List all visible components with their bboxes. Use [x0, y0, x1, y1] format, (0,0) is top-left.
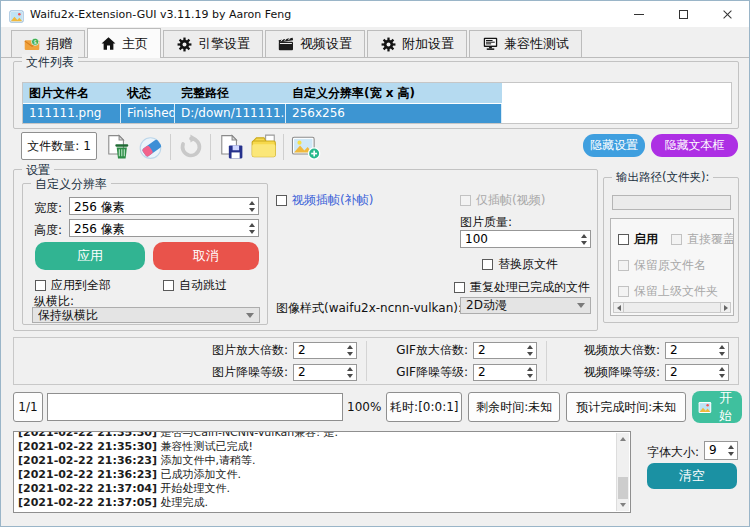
tab-bar: $ 捐赠 主页 引擎设置 视频设置 附加设置 [1, 27, 750, 58]
checkbox-icon [276, 195, 287, 206]
start-button[interactable]: 开始 [692, 391, 742, 423]
hide-textbox-button[interactable]: 隐藏文本框 [651, 134, 738, 157]
spinner-arrows-icon[interactable] [245, 198, 258, 214]
width-label: 宽度: [34, 200, 62, 217]
gif-scale-column: GIF放大倍数: 2 GIF降噪等级: 2 [376, 342, 537, 381]
only-interpolation-label: 仅插帧(视频) [476, 192, 545, 209]
image-scale-spinner[interactable]: 2 [293, 342, 357, 359]
output-enable-label: 启用 [634, 231, 658, 248]
scrollbar-thumb[interactable] [618, 477, 628, 499]
image-quality-spinner[interactable]: 100 [460, 230, 591, 248]
add-image-button[interactable] [287, 132, 325, 162]
height-spinner[interactable]: 256 像素 [69, 219, 259, 237]
settings-group: 设置 自定义分辨率 宽度: 256 像素 高度: 256 像素 应用 取消 应用… [13, 169, 598, 331]
aspect-ratio-dropdown[interactable]: 保持纵横比 [32, 307, 260, 323]
tab-extra-settings[interactable]: 附加设置 [367, 30, 467, 57]
tab-video-settings-label: 视频设置 [300, 35, 352, 53]
output-enable-checkbox[interactable]: 启用 [618, 231, 658, 248]
spinner-arrows-icon[interactable] [523, 343, 536, 358]
spinner-arrows-icon[interactable] [523, 365, 536, 380]
gif-denoise-spinner[interactable]: 2 [473, 364, 537, 381]
maximize-button[interactable] [661, 1, 705, 27]
width-spinner[interactable]: 256 像素 [69, 197, 259, 215]
cancel-button[interactable]: 取消 [153, 242, 259, 270]
log-textbox[interactable]: [2021-02-22 21:35:30] 是否与Cain-NCNN-Vulka… [13, 431, 631, 513]
auto-skip-checkbox[interactable]: 自动跳过 [163, 277, 227, 294]
save-file-icon [218, 134, 244, 160]
tab-home-label: 主页 [122, 35, 148, 53]
apply-to-all-checkbox[interactable]: 应用到全部 [35, 277, 111, 294]
clear-log-button[interactable]: 清空 [647, 463, 737, 489]
replace-original-label: 替换原文件 [498, 256, 558, 273]
tab-donate[interactable]: $ 捐赠 [11, 30, 85, 57]
spinner-arrows-icon[interactable] [245, 220, 258, 236]
hide-settings-button[interactable]: 隐藏设置 [583, 134, 645, 157]
keep-parent-folder-checkbox[interactable]: 保留上级文件夹 [618, 283, 718, 300]
refresh-button[interactable] [174, 132, 207, 162]
column-header-filename[interactable]: 图片文件名 [23, 83, 121, 103]
column-header-custom-resolution[interactable]: 自定义分辨率(宽 x 高) [286, 83, 502, 103]
video-scale-spinner[interactable]: 2 [665, 342, 729, 359]
tab-engine-settings[interactable]: 引擎设置 [163, 30, 263, 57]
scroll-left-icon[interactable] [613, 302, 624, 313]
table-header-row: 图片文件名 状态 完整路径 自定义分辨率(宽 x 高) [23, 83, 502, 103]
tab-compatibility-test-label: 兼容性测试 [504, 35, 569, 53]
video-scale-column: 视频放大倍数: 2 视频降噪等级: 2 [556, 342, 729, 381]
delete-file-button[interactable] [101, 132, 134, 162]
tab-extra-settings-label: 附加设置 [402, 35, 454, 53]
toolbar-divider [283, 134, 284, 160]
video-scale-label: 视频放大倍数: [556, 342, 660, 359]
image-denoise-spinner[interactable]: 2 [293, 364, 357, 381]
cell-fullpath: D:/down/111111.png [175, 104, 286, 123]
file-list-group: 文件列表 图片文件名 状态 完整路径 自定义分辨率(宽 x 高) 111111.… [13, 61, 739, 129]
spinner-arrows-icon[interactable] [724, 442, 737, 459]
keep-filename-checkbox[interactable]: 保留原文件名 [618, 257, 706, 274]
frame-interpolation-checkbox[interactable]: 视频插帧(补帧) [276, 192, 373, 209]
font-size-spinner[interactable]: 9 [704, 441, 738, 460]
vertical-scrollbar[interactable] [616, 433, 629, 511]
image-style-label: 图像样式(waifu2x-ncnn-vulkan): [276, 300, 462, 317]
close-button[interactable] [705, 1, 749, 27]
checkbox-icon [618, 234, 629, 245]
overwrite-checkbox[interactable]: 直接覆盖 [671, 231, 734, 248]
replace-original-checkbox[interactable]: 替换原文件 [482, 256, 558, 273]
keep-parent-folder-label: 保留上级文件夹 [634, 283, 718, 300]
scroll-down-icon[interactable] [620, 503, 626, 507]
home-icon [100, 36, 116, 52]
spinner-arrows-icon[interactable] [715, 365, 728, 380]
horizontal-scrollbar[interactable] [613, 302, 731, 313]
start-image-icon [698, 400, 712, 415]
gif-scale-spinner[interactable]: 2 [473, 342, 537, 359]
reprocess-finished-checkbox[interactable]: 重复处理已完成的文件 [454, 279, 590, 296]
auto-skip-label: 自动跳过 [179, 277, 227, 294]
spinner-arrows-icon[interactable] [715, 343, 728, 358]
video-denoise-spinner[interactable]: 2 [665, 364, 729, 381]
tab-compatibility-test[interactable]: 兼容性测试 [469, 30, 582, 57]
table-row[interactable]: 111111.png Finished D:/down/111111.png 2… [23, 103, 502, 123]
width-value: 256 像素 [70, 198, 245, 214]
spinner-arrows-icon[interactable] [343, 343, 356, 358]
checkbox-icon [618, 286, 629, 297]
image-style-dropdown[interactable]: 2D动漫 [460, 297, 591, 314]
video-denoise-label: 视频降噪等级: [556, 364, 660, 381]
minimize-button[interactable] [617, 1, 661, 27]
spinner-arrows-icon[interactable] [577, 231, 590, 247]
erase-list-button[interactable] [134, 132, 167, 162]
tab-home[interactable]: 主页 [87, 28, 161, 58]
save-file-list-button[interactable] [214, 132, 247, 162]
column-header-fullpath[interactable]: 完整路径 [175, 83, 286, 103]
output-path-input[interactable] [612, 195, 731, 210]
output-path-title: 输出路径(文件夹): [612, 170, 713, 185]
tab-video-settings[interactable]: 视频设置 [265, 30, 365, 57]
open-folder-button[interactable] [247, 132, 280, 162]
scrollbar-track[interactable] [624, 302, 720, 313]
apply-to-all-label: 应用到全部 [51, 277, 111, 294]
only-interpolation-checkbox[interactable]: 仅插帧(视频) [460, 192, 545, 209]
spinner-arrows-icon[interactable] [343, 365, 356, 380]
chevron-down-icon [577, 303, 585, 308]
apply-button[interactable]: 应用 [35, 242, 145, 270]
scroll-right-icon[interactable] [720, 302, 731, 313]
checkbox-icon [460, 195, 471, 206]
column-header-status[interactable]: 状态 [121, 83, 175, 103]
scroll-up-icon[interactable] [620, 437, 626, 441]
